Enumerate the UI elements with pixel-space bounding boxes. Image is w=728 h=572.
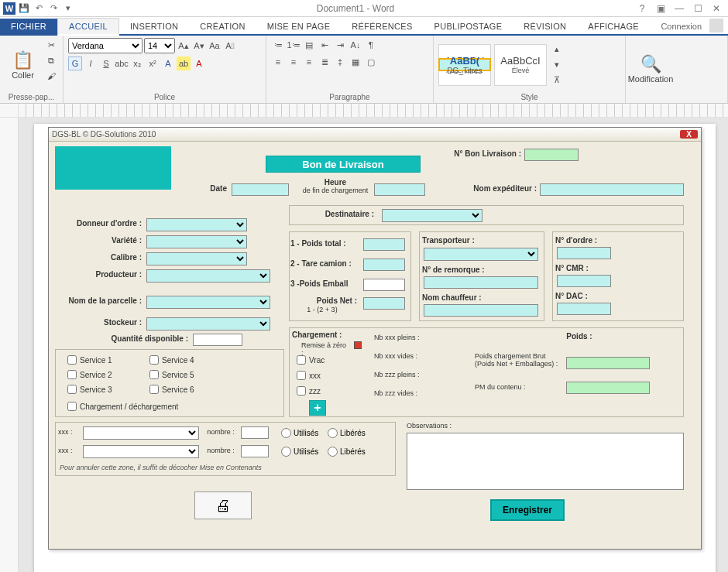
tab-fichier[interactable]: FICHIER [0,19,57,34]
print-button[interactable]: 🖨 [194,492,252,519]
chk-service4[interactable]: Service 4 [149,355,194,365]
grow-font-icon[interactable]: A▴ [177,39,191,53]
rad-utilises1[interactable]: Utilisés [281,428,318,438]
input-ptotal[interactable] [363,238,405,251]
input-nbon[interactable] [524,149,579,161]
input-nomexp[interactable] [540,183,684,196]
highlight-icon[interactable]: ab [177,57,191,70]
format-painter-icon[interactable]: 🖌 [44,69,58,83]
chk-service5[interactable]: Service 5 [149,370,194,379]
bullets-icon[interactable]: ≔ [271,38,285,52]
input-date[interactable] [232,183,289,196]
subscript-icon[interactable]: x₂ [130,57,144,70]
chk-service2[interactable]: Service 2 [67,370,112,379]
italic-button[interactable]: I [84,57,98,70]
tab-accueil[interactable]: ACCUEIL [57,18,119,36]
maximize-icon[interactable]: ☐ [689,3,706,14]
font-size-select[interactable]: 14 [144,38,175,53]
shading-icon[interactable]: ▦ [349,55,362,69]
input-nombre2[interactable] [241,445,269,457]
styles-down-icon[interactable]: ▾ [550,58,564,72]
chk-xxx[interactable]: xxx [297,371,321,380]
select-calibre[interactable] [146,252,247,265]
select-variete[interactable] [146,235,247,248]
input-observations[interactable] [407,433,684,490]
plus-button[interactable]: + [309,400,326,416]
bold-button[interactable]: G [68,57,82,70]
chk-chg-dechg[interactable]: Chargement / déchargement [67,402,178,411]
indent-inc-icon[interactable]: ⇥ [333,38,347,52]
redo-icon[interactable]: ↷ [47,2,60,15]
align-left-icon[interactable]: ≡ [271,55,285,69]
signin-link[interactable]: Connexion [653,19,709,34]
input-tare[interactable] [363,259,405,271]
select-transporteur[interactable] [424,248,538,261]
rad-utilises2[interactable]: Utilisés [281,447,318,457]
rad-liberes2[interactable]: Libérés [328,447,366,457]
underline-button[interactable]: S [99,57,113,70]
font-color-icon[interactable]: A [192,57,206,70]
input-heure[interactable] [374,183,425,196]
justify-icon[interactable]: ≣ [318,55,331,69]
chk-vrac[interactable]: Vrac [297,355,325,365]
tab-insertion[interactable]: INSERTION [119,19,189,34]
show-marks-icon[interactable]: ¶ [364,38,378,52]
input-ncmr[interactable] [557,275,611,287]
chk-service1[interactable]: Service 1 [67,355,112,365]
style-eleve[interactable]: AaBbCcIÉlevé [494,44,547,86]
chk-service3[interactable]: Service 3 [67,385,112,394]
close-icon[interactable]: ✕ [708,3,725,14]
input-pnet[interactable] [363,297,405,310]
form-close-button[interactable]: X [680,130,698,139]
line-spacing-icon[interactable]: ‡ [333,55,347,69]
strike-icon[interactable]: abc [115,57,129,70]
input-emball[interactable] [363,279,405,291]
select-stockeur[interactable] [146,317,270,331]
style-dg-titres[interactable]: AaBb(DG_Titres [438,58,491,71]
input-qdispo[interactable] [193,334,242,346]
tab-mise-en-page[interactable]: MISE EN PAGE [256,19,342,34]
rad-liberes1[interactable]: Libérés [328,428,366,438]
input-chauffeur[interactable] [424,304,538,317]
qat-more-icon[interactable]: ▾ [62,2,74,15]
input-pbrut[interactable] [566,357,650,369]
styles-more-icon[interactable]: ⊼ [550,74,564,87]
select-xxx1[interactable] [83,426,199,440]
input-nombre1[interactable] [241,426,269,439]
tab-references[interactable]: RÉFÉRENCES [341,19,423,34]
text-effects-icon[interactable]: A [161,57,175,70]
shrink-font-icon[interactable]: A▾ [192,39,206,53]
input-ndac[interactable] [557,303,611,315]
sort-icon[interactable]: A↓ [349,38,362,52]
borders-icon[interactable]: ▢ [364,55,378,69]
multilevel-icon[interactable]: ▤ [302,38,316,52]
enregistrer-button[interactable]: Enregistrer [490,499,565,521]
clear-format-icon[interactable]: A⃠ [223,39,237,53]
tab-publipostage[interactable]: PUBLIPOSTAGE [424,19,513,34]
change-case-icon[interactable]: Aa [208,39,221,53]
chk-zzz[interactable]: zzz [297,386,321,396]
input-remorque[interactable] [424,276,538,289]
editing-button[interactable]: 🔍Modification [630,38,671,100]
select-xxx2[interactable] [83,445,199,458]
font-name-select[interactable]: Verdana [68,38,143,53]
styles-up-icon[interactable]: ▴ [550,43,564,57]
input-nordre[interactable] [557,247,611,259]
minimize-icon[interactable]: — [671,3,688,14]
tab-affichage[interactable]: AFFICHAGE [577,19,650,34]
save-icon[interactable]: 💾 [18,2,30,15]
tab-revision[interactable]: RÉVISION [513,19,577,34]
superscript-icon[interactable]: x² [146,57,160,70]
select-parcelle[interactable] [146,296,270,309]
help-icon[interactable]: ? [634,3,651,14]
copy-icon[interactable]: ⧉ [44,53,58,67]
align-right-icon[interactable]: ≡ [302,55,316,69]
avatar-icon[interactable] [709,19,723,33]
select-donneur[interactable] [146,218,247,231]
select-producteur[interactable] [146,269,270,283]
ribbon-collapse-icon[interactable]: ▣ [652,3,669,14]
tab-creation[interactable]: CRÉATION [189,19,256,34]
chk-service6[interactable]: Service 6 [149,385,194,394]
cut-icon[interactable]: ✂ [44,38,58,52]
remise-indicator[interactable] [354,341,362,351]
